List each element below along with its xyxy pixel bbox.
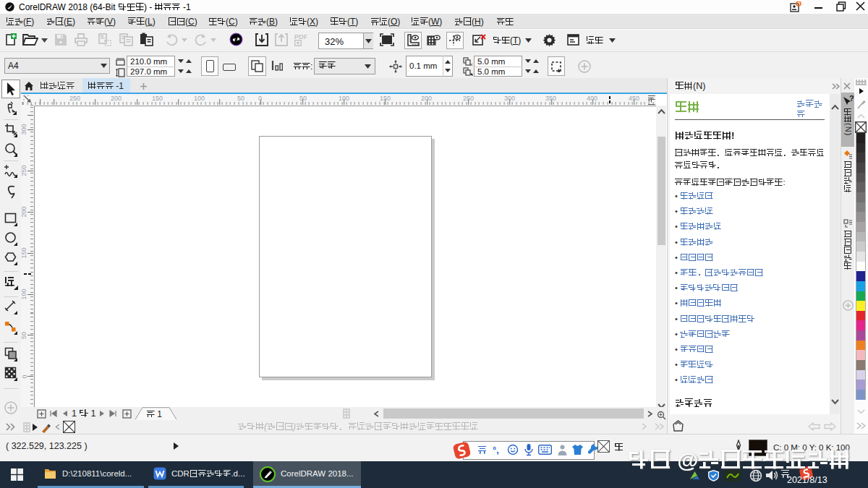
svg-text:?: ?: [849, 95, 854, 103]
